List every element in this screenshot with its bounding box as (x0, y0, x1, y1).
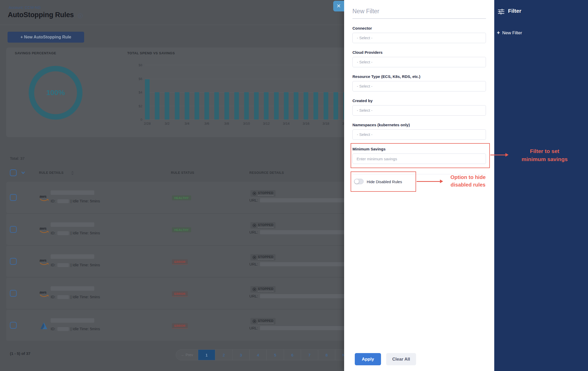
x-axis-tick: 3/18 (322, 122, 329, 125)
y-axis-tick: 0 (127, 118, 142, 122)
apply-button[interactable]: Apply (355, 353, 381, 365)
id-redacted (57, 327, 69, 331)
id-label: ID: (51, 199, 56, 203)
id-redacted (57, 295, 69, 299)
rule-name-redacted (51, 286, 94, 291)
rule-status-badge: ERROR (172, 259, 188, 265)
donut-center-label: 100% (28, 65, 83, 120)
x-axis-tick: 3/2 (165, 122, 170, 125)
rule-name-redacted (51, 190, 94, 195)
connector-label: Connector (352, 26, 372, 30)
url-redacted (260, 262, 346, 266)
resource-type-label: Resource Type (ECS, K8s, RDS, etc.) (352, 74, 420, 79)
state-label: STOPPED (258, 287, 273, 292)
annotation-box-hide-rules (351, 171, 416, 192)
created-by-select[interactable]: - Select - (352, 105, 486, 116)
rule-status-badge: HEALTHY (172, 195, 191, 200)
pagination-page-4[interactable]: 4 (249, 350, 266, 360)
y-axis-tick: $4 (127, 90, 142, 94)
aws-icon: aws (39, 194, 50, 203)
select-all-checkbox[interactable] (10, 169, 17, 176)
stopped-icon (252, 319, 256, 323)
url-label: URL: (249, 230, 258, 234)
pagination-page-6[interactable]: 6 (284, 350, 301, 360)
rule-name-redacted (51, 254, 94, 259)
resource-state-badge[interactable]: STOPPED (250, 190, 276, 197)
filter-name-input[interactable]: New Filter (352, 8, 486, 19)
bar (304, 92, 308, 120)
sidebar-new-filter[interactable]: + New Filter (497, 30, 522, 36)
bar (175, 92, 179, 120)
y-axis-tick: $2 (127, 104, 142, 108)
pagination-page-8[interactable]: 8 (318, 350, 335, 360)
rule-id-line: ID: | Idle Time: 5mins (51, 295, 100, 299)
state-label: STOPPED (258, 319, 273, 323)
resource-url-line: URL: (249, 230, 346, 234)
chevron-down-icon[interactable] (21, 170, 25, 175)
x-axis-tick: 3/16 (303, 122, 309, 125)
pagination-page-3[interactable]: 3 (232, 350, 249, 360)
resource-state-badge[interactable]: STOPPED (250, 318, 276, 324)
row-checkbox[interactable] (10, 322, 17, 329)
rule-name-redacted (51, 318, 94, 323)
annotation-box-minimum-savings (351, 143, 490, 168)
state-label: STOPPED (258, 255, 273, 260)
plus-icon: + (497, 30, 500, 36)
resource-state-badge[interactable]: STOPPED (250, 254, 276, 261)
resource-url-line: URL: (249, 262, 346, 266)
bar (254, 92, 259, 120)
pagination-page-1[interactable]: 1 (198, 350, 215, 360)
resource-state-badge[interactable]: STOPPED (250, 222, 276, 229)
row-checkbox[interactable] (10, 258, 17, 265)
pagination-page-5[interactable]: 5 (266, 350, 284, 360)
idle-time-label: | Idle Time: 5mins (71, 199, 100, 203)
idle-time-label: | Idle Time: 5mins (71, 263, 100, 267)
column-rule-status: RULE STATUS (171, 171, 194, 175)
row-checkbox[interactable] (10, 194, 17, 201)
resource-state-badge[interactable]: STOPPED (250, 286, 276, 293)
close-drawer-button[interactable]: ✕ (333, 1, 344, 11)
url-label: URL: (249, 262, 258, 266)
stopped-icon (252, 191, 256, 195)
cloud-providers-select[interactable]: - Select - (352, 57, 486, 67)
bar (214, 92, 219, 120)
x-axis-tick: 3/10 (243, 122, 250, 125)
url-label: URL: (249, 198, 258, 202)
clear-all-button[interactable]: Clear All (386, 353, 416, 365)
bar (224, 92, 229, 120)
idle-time-label: | Idle Time: 5mins (71, 327, 100, 331)
spend-vs-savings-title: TOTAL SPEND VS SAVINGS (127, 51, 175, 55)
azure-icon (39, 322, 50, 331)
state-label: STOPPED (258, 191, 273, 196)
namespaces-label: Namespaces (kubernetes only) (352, 123, 410, 127)
x-axis-tick: 3/4 (184, 122, 189, 125)
bar (333, 92, 338, 120)
pagination-page-2[interactable]: 2 (215, 350, 232, 360)
bar (165, 92, 169, 120)
bar (234, 92, 239, 120)
connector-select[interactable]: - Select - (352, 33, 486, 43)
column-resource-details: RESOURCE DETAILS (249, 171, 284, 175)
rule-id-line: ID: | Idle Time: 5mins (51, 199, 100, 203)
url-redacted (260, 230, 346, 234)
filter-sliders-icon (498, 9, 505, 15)
resource-url-line: URL: (249, 294, 346, 298)
breadcrumb[interactable]: Account: CCM-NG (9, 5, 41, 10)
rule-id-line: ID: | Idle Time: 5mins (51, 231, 100, 235)
namespaces-select[interactable]: - Select - (352, 129, 486, 140)
rule-status-badge: ERROR (172, 291, 188, 297)
sort-icon[interactable] (71, 170, 74, 176)
pagination-page-7[interactable]: 7 (301, 350, 318, 360)
resource-type-select[interactable]: - Select - (352, 81, 486, 91)
url-redacted (260, 294, 346, 298)
info-icon[interactable]: i (78, 14, 83, 18)
pagination-prev[interactable]: ← Prev (176, 350, 198, 360)
url-redacted (260, 198, 346, 202)
row-checkbox[interactable] (10, 226, 17, 233)
column-rule-details[interactable]: RULE DETAILS (39, 171, 64, 175)
bar (294, 92, 298, 120)
row-checkbox[interactable] (10, 290, 17, 297)
new-autostopping-rule-button[interactable]: + New AutoStopping Rule (8, 32, 84, 43)
x-axis-tick: 3/12 (263, 122, 270, 125)
bar (274, 92, 279, 120)
